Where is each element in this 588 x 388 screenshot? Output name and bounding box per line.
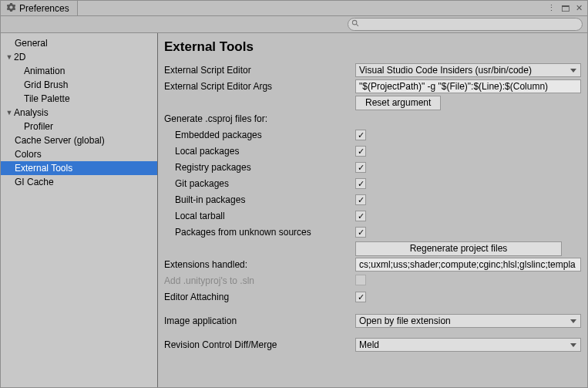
image-app-label: Image application — [164, 315, 355, 326]
csproj-unknown-checkbox[interactable] — [355, 227, 366, 238]
csproj-git-label: Git packages — [164, 178, 355, 189]
sidebar-item-colors[interactable]: Colors — [1, 147, 157, 161]
svg-line-1 — [356, 24, 358, 26]
sidebar-item-tile-palette[interactable]: Tile Palette — [1, 92, 157, 106]
sidebar-item-external-tools[interactable]: External Tools — [1, 161, 157, 175]
search-box[interactable] — [348, 18, 583, 31]
csproj-tarball-label: Local tarball — [164, 211, 355, 221]
sidebar-item-profiler[interactable]: Profiler — [1, 120, 157, 133]
generate-csproj-label: Generate .csproj files for: — [164, 113, 355, 124]
content-panel: External Tools External Script Editor Vi… — [158, 33, 587, 387]
csproj-embedded-checkbox[interactable] — [355, 130, 366, 140]
tab-preferences[interactable]: Preferences — [1, 1, 78, 15]
ext-args-label: External Script Editor Args — [164, 81, 355, 92]
gear-icon — [7, 3, 15, 14]
sidebar-item-gi-cache[interactable]: GI Cache — [1, 175, 157, 189]
regenerate-project-files-button[interactable]: Regenerate project files — [355, 241, 562, 256]
page-title: External Tools — [164, 39, 581, 55]
add-sln-label: Add .unityproj's to .sln — [164, 275, 355, 286]
image-app-dropdown[interactable]: Open by file extension — [355, 314, 581, 328]
sidebar-item-cache-server[interactable]: Cache Server (global) — [1, 133, 157, 147]
reset-argument-button[interactable]: Reset argument — [355, 96, 441, 110]
sidebar-item-general[interactable]: General — [1, 36, 157, 50]
preferences-window: Preferences ⋮ 🗖 ✕ General ▼2D Animation … — [0, 0, 588, 388]
add-sln-checkbox — [355, 275, 366, 285]
close-icon[interactable]: ✕ — [573, 3, 584, 13]
extensions-handled-input[interactable]: cs;uxml;uss;shader;compute;cginc;hlsl;gl… — [355, 258, 581, 272]
extensions-handled-label: Extensions handled: — [164, 259, 355, 270]
editor-attaching-checkbox[interactable] — [355, 292, 366, 302]
tab-label: Preferences — [19, 3, 69, 14]
titlebar: Preferences ⋮ 🗖 ✕ — [1, 1, 587, 16]
editor-attaching-label: Editor Attaching — [164, 292, 355, 302]
foldout-icon[interactable]: ▼ — [5, 51, 13, 63]
ext-editor-label: External Script Editor — [164, 65, 355, 76]
csproj-git-checkbox[interactable] — [355, 178, 366, 189]
foldout-icon[interactable]: ▼ — [5, 106, 13, 119]
sidebar-item-grid-brush[interactable]: Grid Brush — [1, 78, 157, 92]
csproj-local-label: Local packages — [164, 146, 355, 157]
revision-control-label: Revision Control Diff/Merge — [164, 339, 355, 350]
ext-args-input[interactable]: "$(ProjectPath)" -g "$(File)":$(Line):$(… — [355, 79, 581, 93]
window-controls: ⋮ 🗖 ✕ — [546, 1, 587, 15]
revision-control-dropdown[interactable]: Meld — [355, 338, 581, 352]
menu-icon[interactable]: ⋮ — [546, 3, 556, 13]
sidebar: General ▼2D Animation Grid Brush Tile Pa… — [1, 33, 158, 387]
toolbar — [1, 16, 587, 33]
csproj-unknown-label: Packages from unknown sources — [164, 227, 355, 238]
ext-editor-dropdown[interactable]: Visual Studio Code Insiders (usr/bin/cod… — [355, 63, 581, 77]
sidebar-item-2d[interactable]: ▼2D — [1, 50, 157, 64]
csproj-registry-label: Registry packages — [164, 162, 355, 173]
search-input[interactable] — [360, 20, 577, 29]
csproj-local-checkbox[interactable] — [355, 146, 366, 157]
svg-point-0 — [352, 20, 357, 25]
csproj-builtin-label: Built-in packages — [164, 194, 355, 205]
maximize-icon[interactable]: 🗖 — [559, 4, 570, 13]
sidebar-item-analysis[interactable]: ▼Analysis — [1, 106, 157, 120]
sidebar-item-animation[interactable]: Animation — [1, 64, 157, 78]
csproj-builtin-checkbox[interactable] — [355, 194, 366, 205]
search-icon — [351, 19, 360, 30]
csproj-tarball-checkbox[interactable] — [355, 211, 366, 221]
csproj-embedded-label: Embedded packages — [164, 130, 355, 140]
csproj-registry-checkbox[interactable] — [355, 162, 366, 173]
